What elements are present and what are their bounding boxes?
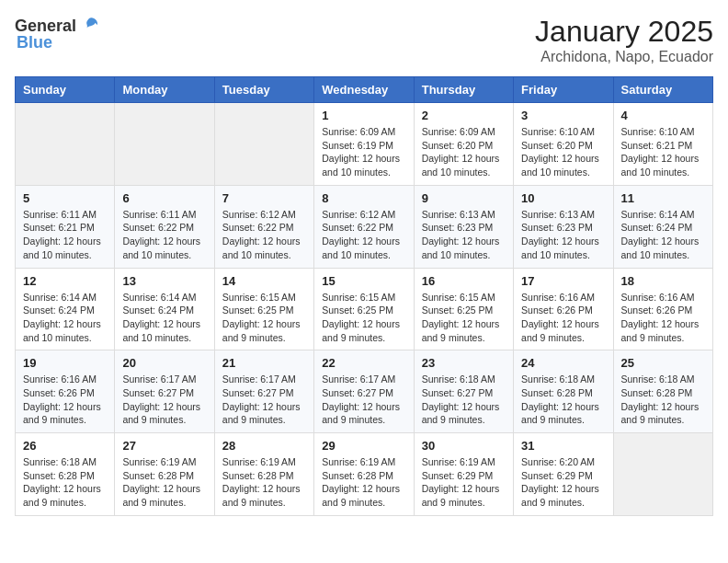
day-cell: 7Sunrise: 6:12 AM Sunset: 6:22 PM Daylig… <box>214 185 313 268</box>
day-info: Sunrise: 6:11 AM Sunset: 6:22 PM Dayligh… <box>122 208 206 262</box>
day-info: Sunrise: 6:20 AM Sunset: 6:29 PM Dayligh… <box>521 455 605 510</box>
day-info: Sunrise: 6:17 AM Sunset: 6:27 PM Dayligh… <box>322 373 405 427</box>
day-cell: 17Sunrise: 6:16 AM Sunset: 6:26 PM Dayli… <box>514 268 613 350</box>
day-cell: 1Sunrise: 6:09 AM Sunset: 6:19 PM Daylig… <box>314 103 414 186</box>
day-cell: 10Sunrise: 6:13 AM Sunset: 6:23 PM Dayli… <box>514 185 613 268</box>
day-number: 11 <box>621 191 705 205</box>
day-number: 3 <box>521 109 605 122</box>
day-info: Sunrise: 6:19 AM Sunset: 6:28 PM Dayligh… <box>122 455 206 510</box>
day-info: Sunrise: 6:19 AM Sunset: 6:28 PM Dayligh… <box>322 455 405 510</box>
weekday-header-monday: Monday <box>115 77 214 103</box>
week-row-1: 1Sunrise: 6:09 AM Sunset: 6:19 PM Daylig… <box>16 103 713 186</box>
day-number: 28 <box>222 439 306 453</box>
day-cell: 4Sunrise: 6:10 AM Sunset: 6:21 PM Daylig… <box>613 103 712 186</box>
day-cell: 20Sunrise: 6:17 AM Sunset: 6:27 PM Dayli… <box>115 350 214 433</box>
day-number: 10 <box>521 191 605 205</box>
day-number: 14 <box>222 274 306 288</box>
day-cell: 25Sunrise: 6:18 AM Sunset: 6:28 PM Dayli… <box>613 350 712 433</box>
weekday-header-thursday: Thursday <box>414 77 513 103</box>
week-row-5: 26Sunrise: 6:18 AM Sunset: 6:28 PM Dayli… <box>16 433 713 516</box>
day-info: Sunrise: 6:13 AM Sunset: 6:23 PM Dayligh… <box>521 208 605 262</box>
day-info: Sunrise: 6:18 AM Sunset: 6:27 PM Dayligh… <box>422 373 506 427</box>
day-number: 21 <box>222 356 306 370</box>
day-info: Sunrise: 6:10 AM Sunset: 6:21 PM Dayligh… <box>621 125 705 179</box>
day-cell: 6Sunrise: 6:11 AM Sunset: 6:22 PM Daylig… <box>115 185 214 268</box>
day-info: Sunrise: 6:17 AM Sunset: 6:27 PM Dayligh… <box>122 373 206 427</box>
day-cell <box>613 433 712 516</box>
calendar-table: SundayMondayTuesdayWednesdayThursdayFrid… <box>15 76 713 516</box>
day-cell: 28Sunrise: 6:19 AM Sunset: 6:28 PM Dayli… <box>214 433 313 516</box>
day-cell: 26Sunrise: 6:18 AM Sunset: 6:28 PM Dayli… <box>16 433 115 516</box>
day-info: Sunrise: 6:15 AM Sunset: 6:25 PM Dayligh… <box>222 291 306 345</box>
logo-bird-icon <box>78 15 100 37</box>
day-number: 25 <box>621 356 705 370</box>
day-number: 23 <box>422 356 506 370</box>
day-number: 4 <box>621 109 705 122</box>
day-info: Sunrise: 6:11 AM Sunset: 6:21 PM Dayligh… <box>23 208 107 262</box>
day-number: 7 <box>222 191 306 205</box>
day-cell: 22Sunrise: 6:17 AM Sunset: 6:27 PM Dayli… <box>314 350 414 433</box>
day-number: 24 <box>521 356 605 370</box>
day-cell: 16Sunrise: 6:15 AM Sunset: 6:25 PM Dayli… <box>414 268 513 350</box>
day-info: Sunrise: 6:09 AM Sunset: 6:19 PM Dayligh… <box>322 125 405 179</box>
day-number: 13 <box>122 274 206 288</box>
day-info: Sunrise: 6:17 AM Sunset: 6:27 PM Dayligh… <box>222 373 306 427</box>
day-number: 5 <box>23 191 107 205</box>
day-cell: 31Sunrise: 6:20 AM Sunset: 6:29 PM Dayli… <box>514 433 613 516</box>
day-info: Sunrise: 6:14 AM Sunset: 6:24 PM Dayligh… <box>621 208 705 262</box>
day-number: 20 <box>122 356 206 370</box>
day-number: 27 <box>122 439 206 453</box>
day-info: Sunrise: 6:12 AM Sunset: 6:22 PM Dayligh… <box>322 208 405 262</box>
week-row-3: 12Sunrise: 6:14 AM Sunset: 6:24 PM Dayli… <box>16 268 713 350</box>
day-info: Sunrise: 6:13 AM Sunset: 6:23 PM Dayligh… <box>422 208 506 262</box>
day-number: 15 <box>322 274 405 288</box>
day-info: Sunrise: 6:16 AM Sunset: 6:26 PM Dayligh… <box>23 373 107 427</box>
day-info: Sunrise: 6:14 AM Sunset: 6:24 PM Dayligh… <box>122 291 206 345</box>
day-info: Sunrise: 6:12 AM Sunset: 6:22 PM Dayligh… <box>222 208 306 262</box>
day-info: Sunrise: 6:10 AM Sunset: 6:20 PM Dayligh… <box>521 125 605 179</box>
day-cell: 19Sunrise: 6:16 AM Sunset: 6:26 PM Dayli… <box>16 350 115 433</box>
day-info: Sunrise: 6:14 AM Sunset: 6:24 PM Dayligh… <box>23 291 107 345</box>
day-cell: 15Sunrise: 6:15 AM Sunset: 6:25 PM Dayli… <box>314 268 414 350</box>
day-info: Sunrise: 6:18 AM Sunset: 6:28 PM Dayligh… <box>521 373 605 427</box>
main-title: January 2025 <box>535 15 713 49</box>
logo-text-blue: Blue <box>17 33 52 52</box>
day-cell: 29Sunrise: 6:19 AM Sunset: 6:28 PM Dayli… <box>314 433 414 516</box>
day-cell: 30Sunrise: 6:19 AM Sunset: 6:29 PM Dayli… <box>414 433 513 516</box>
day-number: 31 <box>521 439 605 453</box>
day-cell <box>115 103 214 186</box>
day-info: Sunrise: 6:18 AM Sunset: 6:28 PM Dayligh… <box>621 373 705 427</box>
day-info: Sunrise: 6:09 AM Sunset: 6:20 PM Dayligh… <box>422 125 506 179</box>
day-cell: 12Sunrise: 6:14 AM Sunset: 6:24 PM Dayli… <box>16 268 115 350</box>
day-number: 22 <box>322 356 405 370</box>
day-number: 26 <box>23 439 107 453</box>
day-info: Sunrise: 6:19 AM Sunset: 6:28 PM Dayligh… <box>222 455 306 510</box>
day-cell: 8Sunrise: 6:12 AM Sunset: 6:22 PM Daylig… <box>314 185 414 268</box>
subtitle: Archidona, Napo, Ecuador <box>535 49 713 65</box>
day-cell: 18Sunrise: 6:16 AM Sunset: 6:26 PM Dayli… <box>613 268 712 350</box>
day-number: 17 <box>521 274 605 288</box>
day-number: 8 <box>322 191 405 205</box>
day-number: 12 <box>23 274 107 288</box>
weekday-header-friday: Friday <box>514 77 613 103</box>
weekday-header-saturday: Saturday <box>613 77 712 103</box>
week-row-4: 19Sunrise: 6:16 AM Sunset: 6:26 PM Dayli… <box>16 350 713 433</box>
day-number: 29 <box>322 439 405 453</box>
day-info: Sunrise: 6:18 AM Sunset: 6:28 PM Dayligh… <box>23 455 107 510</box>
weekday-header-tuesday: Tuesday <box>214 77 313 103</box>
week-row-2: 5Sunrise: 6:11 AM Sunset: 6:21 PM Daylig… <box>16 185 713 268</box>
day-cell <box>16 103 115 186</box>
logo: General Blue <box>15 15 100 52</box>
weekday-header-sunday: Sunday <box>16 77 115 103</box>
day-cell: 2Sunrise: 6:09 AM Sunset: 6:20 PM Daylig… <box>414 103 513 186</box>
day-cell: 24Sunrise: 6:18 AM Sunset: 6:28 PM Dayli… <box>514 350 613 433</box>
day-cell: 11Sunrise: 6:14 AM Sunset: 6:24 PM Dayli… <box>613 185 712 268</box>
day-cell: 9Sunrise: 6:13 AM Sunset: 6:23 PM Daylig… <box>414 185 513 268</box>
day-cell <box>214 103 313 186</box>
day-number: 6 <box>122 191 206 205</box>
day-info: Sunrise: 6:15 AM Sunset: 6:25 PM Dayligh… <box>322 291 405 345</box>
day-number: 2 <box>422 109 506 122</box>
day-info: Sunrise: 6:16 AM Sunset: 6:26 PM Dayligh… <box>521 291 605 345</box>
day-number: 30 <box>422 439 506 453</box>
day-cell: 3Sunrise: 6:10 AM Sunset: 6:20 PM Daylig… <box>514 103 613 186</box>
